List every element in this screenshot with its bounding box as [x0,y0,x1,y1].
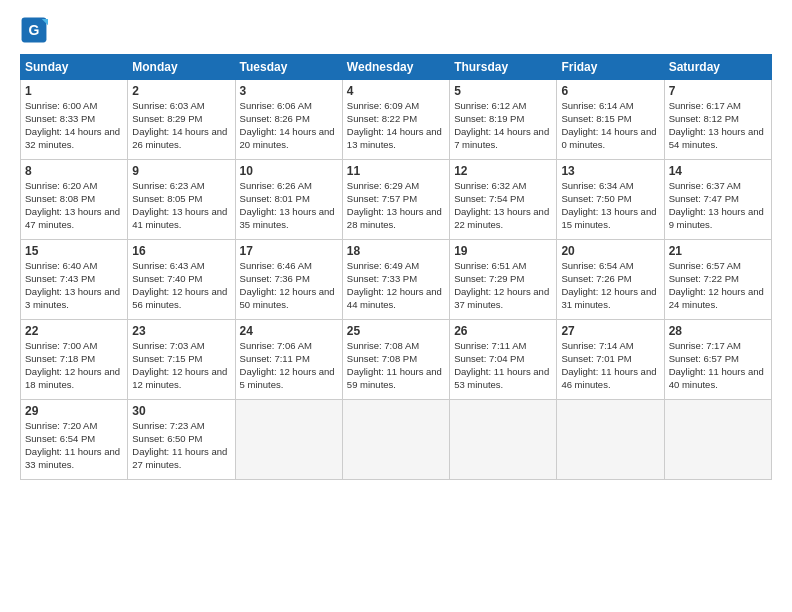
daylight: Daylight: 11 hours and 40 minutes. [669,366,764,390]
day-number: 3 [240,83,338,99]
day-number: 17 [240,243,338,259]
sunset: Sunset: 8:26 PM [240,113,310,124]
sunrise: Sunrise: 6:14 AM [561,100,633,111]
sunset: Sunset: 7:54 PM [454,193,524,204]
calendar-cell: 8Sunrise: 6:20 AMSunset: 8:08 PMDaylight… [21,160,128,240]
daylight: Daylight: 11 hours and 53 minutes. [454,366,549,390]
calendar-cell: 9Sunrise: 6:23 AMSunset: 8:05 PMDaylight… [128,160,235,240]
sunset: Sunset: 8:29 PM [132,113,202,124]
sunrise: Sunrise: 6:12 AM [454,100,526,111]
day-number: 25 [347,323,445,339]
sunset: Sunset: 8:12 PM [669,113,739,124]
day-number: 5 [454,83,552,99]
sunset: Sunset: 7:08 PM [347,353,417,364]
calendar-cell: 21Sunrise: 6:57 AMSunset: 7:22 PMDayligh… [664,240,771,320]
sunset: Sunset: 7:40 PM [132,273,202,284]
daylight: Daylight: 12 hours and 18 minutes. [25,366,120,390]
calendar-table: SundayMondayTuesdayWednesdayThursdayFrid… [20,54,772,480]
sunset: Sunset: 7:18 PM [25,353,95,364]
calendar-week-3: 15Sunrise: 6:40 AMSunset: 7:43 PMDayligh… [21,240,772,320]
calendar-cell [235,400,342,480]
day-number: 23 [132,323,230,339]
calendar-cell: 13Sunrise: 6:34 AMSunset: 7:50 PMDayligh… [557,160,664,240]
day-number: 7 [669,83,767,99]
calendar-cell: 26Sunrise: 7:11 AMSunset: 7:04 PMDayligh… [450,320,557,400]
calendar-cell: 3Sunrise: 6:06 AMSunset: 8:26 PMDaylight… [235,80,342,160]
sunrise: Sunrise: 7:20 AM [25,420,97,431]
calendar-cell: 6Sunrise: 6:14 AMSunset: 8:15 PMDaylight… [557,80,664,160]
sunset: Sunset: 7:43 PM [25,273,95,284]
day-number: 2 [132,83,230,99]
sunset: Sunset: 7:04 PM [454,353,524,364]
calendar-cell: 28Sunrise: 7:17 AMSunset: 6:57 PMDayligh… [664,320,771,400]
day-number: 15 [25,243,123,259]
sunset: Sunset: 7:33 PM [347,273,417,284]
day-number: 12 [454,163,552,179]
calendar-cell: 20Sunrise: 6:54 AMSunset: 7:26 PMDayligh… [557,240,664,320]
calendar-cell: 11Sunrise: 6:29 AMSunset: 7:57 PMDayligh… [342,160,449,240]
day-number: 14 [669,163,767,179]
sunrise: Sunrise: 6:09 AM [347,100,419,111]
daylight: Daylight: 12 hours and 31 minutes. [561,286,656,310]
daylight: Daylight: 14 hours and 0 minutes. [561,126,656,150]
calendar-cell: 14Sunrise: 6:37 AMSunset: 7:47 PMDayligh… [664,160,771,240]
calendar-cell [450,400,557,480]
logo-icon: G [20,16,48,44]
sunset: Sunset: 6:50 PM [132,433,202,444]
sunrise: Sunrise: 6:06 AM [240,100,312,111]
daylight: Daylight: 13 hours and 22 minutes. [454,206,549,230]
daylight: Daylight: 11 hours and 59 minutes. [347,366,442,390]
sunset: Sunset: 6:57 PM [669,353,739,364]
sunrise: Sunrise: 7:08 AM [347,340,419,351]
header-row: SundayMondayTuesdayWednesdayThursdayFrid… [21,55,772,80]
sunrise: Sunrise: 7:17 AM [669,340,741,351]
daylight: Daylight: 12 hours and 37 minutes. [454,286,549,310]
daylight: Daylight: 13 hours and 28 minutes. [347,206,442,230]
daylight: Daylight: 14 hours and 7 minutes. [454,126,549,150]
day-number: 6 [561,83,659,99]
header-saturday: Saturday [664,55,771,80]
calendar-cell: 16Sunrise: 6:43 AMSunset: 7:40 PMDayligh… [128,240,235,320]
calendar-week-1: 1Sunrise: 6:00 AMSunset: 8:33 PMDaylight… [21,80,772,160]
day-number: 20 [561,243,659,259]
calendar-header: SundayMondayTuesdayWednesdayThursdayFrid… [21,55,772,80]
sunrise: Sunrise: 7:14 AM [561,340,633,351]
calendar-week-4: 22Sunrise: 7:00 AMSunset: 7:18 PMDayligh… [21,320,772,400]
header-monday: Monday [128,55,235,80]
sunset: Sunset: 7:22 PM [669,273,739,284]
calendar-week-5: 29Sunrise: 7:20 AMSunset: 6:54 PMDayligh… [21,400,772,480]
calendar-cell: 15Sunrise: 6:40 AMSunset: 7:43 PMDayligh… [21,240,128,320]
calendar-cell: 25Sunrise: 7:08 AMSunset: 7:08 PMDayligh… [342,320,449,400]
header-thursday: Thursday [450,55,557,80]
calendar-cell [342,400,449,480]
daylight: Daylight: 12 hours and 50 minutes. [240,286,335,310]
sunrise: Sunrise: 6:43 AM [132,260,204,271]
day-number: 8 [25,163,123,179]
day-number: 4 [347,83,445,99]
sunrise: Sunrise: 6:34 AM [561,180,633,191]
day-number: 26 [454,323,552,339]
daylight: Daylight: 11 hours and 33 minutes. [25,446,120,470]
daylight: Daylight: 14 hours and 26 minutes. [132,126,227,150]
sunrise: Sunrise: 6:03 AM [132,100,204,111]
sunrise: Sunrise: 6:17 AM [669,100,741,111]
daylight: Daylight: 13 hours and 35 minutes. [240,206,335,230]
sunrise: Sunrise: 6:26 AM [240,180,312,191]
sunrise: Sunrise: 7:23 AM [132,420,204,431]
calendar-cell: 19Sunrise: 6:51 AMSunset: 7:29 PMDayligh… [450,240,557,320]
day-number: 21 [669,243,767,259]
header-sunday: Sunday [21,55,128,80]
sunset: Sunset: 7:50 PM [561,193,631,204]
daylight: Daylight: 13 hours and 3 minutes. [25,286,120,310]
sunset: Sunset: 8:33 PM [25,113,95,124]
day-number: 19 [454,243,552,259]
sunset: Sunset: 7:15 PM [132,353,202,364]
daylight: Daylight: 11 hours and 27 minutes. [132,446,227,470]
sunrise: Sunrise: 7:00 AM [25,340,97,351]
calendar-cell: 2Sunrise: 6:03 AMSunset: 8:29 PMDaylight… [128,80,235,160]
daylight: Daylight: 13 hours and 47 minutes. [25,206,120,230]
day-number: 13 [561,163,659,179]
sunrise: Sunrise: 6:40 AM [25,260,97,271]
calendar-cell: 5Sunrise: 6:12 AMSunset: 8:19 PMDaylight… [450,80,557,160]
sunrise: Sunrise: 6:57 AM [669,260,741,271]
